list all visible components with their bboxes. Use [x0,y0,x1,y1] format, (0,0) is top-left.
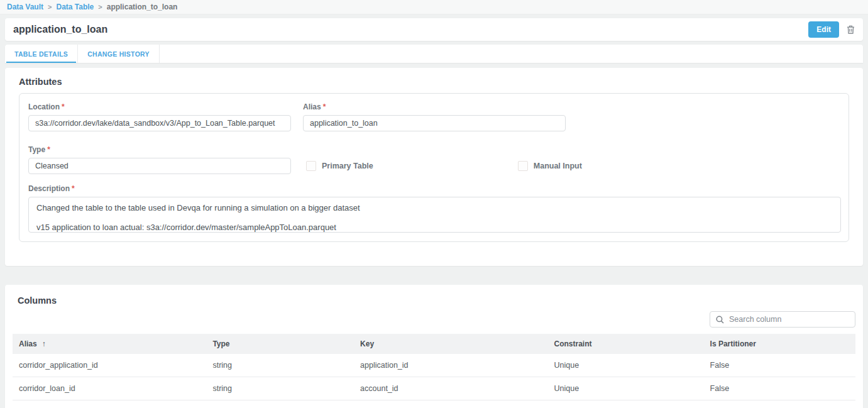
breadcrumb-separator-icon: > [98,3,102,11]
alias-label: Alias* [303,102,566,111]
cell-type: string [206,377,354,400]
column-header-key[interactable]: Key [354,334,547,354]
primary-table-checkbox[interactable] [306,161,316,171]
breadcrumb-current-page: application_to_loan [107,3,178,11]
manual-input-checkbox[interactable] [518,161,528,171]
cell-constraint: Unique [548,377,704,400]
column-search-input[interactable] [729,315,849,324]
primary-table-label: Primary Table [322,162,373,170]
manual-input-label: Manual Input [534,162,582,170]
trash-icon [846,25,855,35]
description-field-group: Description* Changed the table to the ta… [28,184,840,233]
cell-alias: corridor_loan_id [13,377,206,400]
required-asterisk: * [72,184,75,193]
description-label: Description* [28,184,840,193]
cell-key: application_id [354,354,547,377]
attributes-section-title: Attributes [19,77,849,87]
manual-input-group: Manual Input [518,161,582,171]
type-field-group: Type* [28,145,291,174]
table-row[interactable]: corridor_application_id string applicati… [13,354,855,377]
search-icon [716,316,724,324]
type-input[interactable] [28,158,291,174]
location-label: Location* [28,102,291,111]
delete-button[interactable] [846,25,855,35]
breadcrumb-link-data-table[interactable]: Data Table [56,3,94,11]
location-field-group: Location* [28,102,291,131]
breadcrumb-link-data-vault[interactable]: Data Vault [7,3,43,11]
type-label: Type* [28,145,291,154]
cell-is-partitioner: False [704,354,855,377]
page-title: application_to_loan [13,24,808,35]
description-line: Changed the table to the table used in D… [36,203,833,212]
columns-toolbar [13,311,855,328]
attributes-section: Attributes Location* Alias* Type* [5,68,863,266]
cell-is-partitioner: False [704,377,855,400]
columns-table-header-row: Alias↑ Type Key Constraint Is Partitione… [13,334,855,354]
cell-constraint: Unique [548,354,704,377]
cell-type: string [206,354,354,377]
required-asterisk: * [47,145,50,154]
attributes-fieldset: Location* Alias* Type* Primary Table [19,93,849,242]
page-header: application_to_loan Edit [5,18,863,41]
breadcrumb-separator-icon: > [48,3,52,11]
edit-button[interactable]: Edit [808,21,839,38]
alias-field-group: Alias* [303,102,566,131]
column-header-is-partitioner[interactable]: Is Partitioner [704,334,855,354]
column-search-box[interactable] [710,311,855,328]
column-header-alias[interactable]: Alias↑ [13,334,206,354]
columns-section: Columns Alias↑ Type Key Constraint [5,285,863,408]
tab-table-details[interactable]: TABLE DETAILS [5,45,78,63]
columns-section-title: Columns [18,295,855,306]
tab-bar: TABLE DETAILS CHANGE HISTORY [5,45,863,63]
column-header-constraint[interactable]: Constraint [548,334,704,354]
cell-alias: corridor_application_id [13,354,206,377]
sort-ascending-icon: ↑ [42,339,46,348]
description-textarea[interactable]: Changed the table to the table used in D… [28,197,841,233]
tab-change-history[interactable]: CHANGE HISTORY [78,45,160,63]
alias-input[interactable] [303,115,566,131]
cell-key: account_id [354,377,547,400]
column-header-type[interactable]: Type [206,334,354,354]
required-asterisk: * [62,102,65,111]
table-row[interactable]: corridor_loan_id string account_id Uniqu… [13,377,855,400]
columns-table: Alias↑ Type Key Constraint Is Partitione… [13,334,855,400]
description-line: v15 application to loan actual: s3a://co… [36,223,833,232]
primary-table-group: Primary Table [306,161,373,171]
breadcrumb: Data Vault > Data Table > application_to… [0,0,868,14]
required-asterisk: * [323,102,326,111]
location-input[interactable] [28,115,291,131]
